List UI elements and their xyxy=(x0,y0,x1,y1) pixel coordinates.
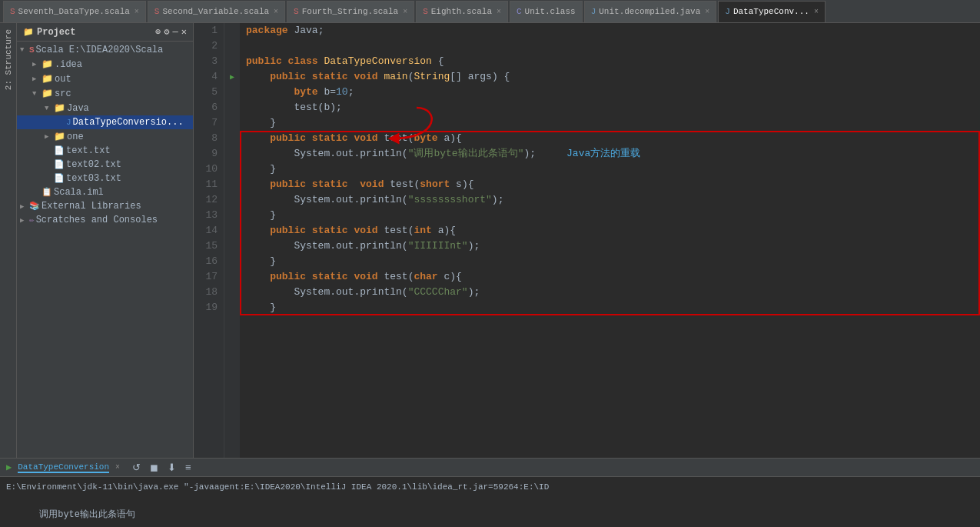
java-icon: J xyxy=(591,7,596,16)
tab-eighth-scala[interactable]: S Eighth.scala × xyxy=(416,1,508,22)
code-line-4[interactable]: public static void main(String[] args) { xyxy=(246,69,974,85)
sidebar-item-text03[interactable]: 📄 text03.txt xyxy=(17,172,193,185)
code-line-12[interactable]: System.out.println("sssssssshort"); xyxy=(246,192,974,208)
tree-arrow-one[interactable] xyxy=(45,132,54,141)
run-path-line: E:\Environment\jdk-11\bin\java.exe "-jav… xyxy=(6,480,974,494)
tree-arrow-scala-root[interactable] xyxy=(20,46,29,54)
tab-close-unit[interactable]: × xyxy=(705,8,709,16)
run-scroll-button[interactable]: ⬇ xyxy=(164,460,179,475)
code-line-16[interactable]: } xyxy=(246,254,974,269)
close-sidebar-icon[interactable]: ✕ xyxy=(181,26,187,38)
scala-icon-3: S xyxy=(294,7,299,16)
tab-seventh-scala[interactable]: S Seventh_DataType.scala × xyxy=(3,1,146,22)
tab-close-eighth[interactable]: × xyxy=(497,8,501,16)
token: package xyxy=(246,23,294,38)
sidebar-item-ext-lib[interactable]: 📚 External Libraries xyxy=(17,199,193,213)
token: short xyxy=(420,177,456,192)
code-line-9[interactable]: System.out.println("调用byte输出此条语句");Java方… xyxy=(246,146,974,162)
sidebar-item-text[interactable]: 📄 text.txt xyxy=(17,144,193,158)
tab-close-fourth[interactable]: × xyxy=(403,8,407,16)
code-line-18[interactable]: System.out.println("CCCCChar"); xyxy=(246,285,974,300)
code-editor[interactable]: 12345678910111213141516171819 ▶ package … xyxy=(194,23,980,458)
run-btn-16 xyxy=(224,254,240,269)
add-icon[interactable]: ⊕ xyxy=(155,26,161,38)
code-line-19[interactable]: } xyxy=(246,300,974,315)
structure-label[interactable]: 2: Structure xyxy=(2,26,15,93)
run-tab-close[interactable]: × xyxy=(115,463,120,472)
code-line-11[interactable]: public static void test(short s){ xyxy=(246,177,974,192)
code-line-10[interactable]: } xyxy=(246,162,974,177)
tab-bar: S Seventh_DataType.scala × S Second_Vari… xyxy=(0,0,980,23)
token: static xyxy=(312,177,354,192)
file-icon-ext-lib: 📚 xyxy=(29,201,40,212)
tree-arrow-ext-lib[interactable] xyxy=(20,202,29,211)
token: byte xyxy=(294,85,324,100)
code-lines[interactable]: package Java;public class DataTypeConver… xyxy=(240,23,980,458)
run-btn-4[interactable]: ▶ xyxy=(224,69,240,85)
collapse-icon[interactable]: — xyxy=(173,27,178,38)
tab-unit-java[interactable]: J Unit.decompiled.java × xyxy=(584,1,717,22)
sidebar-item-one[interactable]: 📁 one xyxy=(17,129,193,144)
run-btn-1 xyxy=(224,23,240,38)
run-bar: ▶ DataTypeConversion × ↺ ◼ ⬇ ≡ xyxy=(0,459,980,477)
tree-arrow-out[interactable] xyxy=(32,75,42,83)
token: test( xyxy=(384,131,414,146)
tab-fourth-scala[interactable]: S Fourth_String.scala × xyxy=(287,1,414,22)
tree-label-text02: text02.txt xyxy=(66,159,121,170)
tab-unit-class[interactable]: C Unit.class xyxy=(510,1,583,22)
settings-icon[interactable]: ⚙ xyxy=(164,26,169,38)
code-line-17[interactable]: public static void test(char c){ xyxy=(246,269,974,285)
sidebar-item-src[interactable]: 📁 src xyxy=(17,86,193,101)
sidebar-item-java[interactable]: 📁 Java xyxy=(17,101,193,115)
code-line-8[interactable]: public static void test(byte a){ xyxy=(246,131,974,146)
tree-label-out: out xyxy=(55,74,71,85)
sidebar-item-dtc[interactable]: J DataTypeConversio... xyxy=(17,115,193,129)
sidebar-item-scala-iml[interactable]: 📋 Scala.iml xyxy=(17,185,193,199)
run-more-button[interactable]: ≡ xyxy=(182,460,194,475)
line-number-3: 3 xyxy=(200,54,218,69)
run-gutter: ▶ xyxy=(224,23,240,458)
token: "sssssssshort" xyxy=(408,192,492,208)
tab-second-scala[interactable]: S Second_Variable.scala × xyxy=(148,1,285,22)
tree-arrow-scratches[interactable] xyxy=(20,216,29,225)
bottom-panel: ▶ DataTypeConversion × ↺ ◼ ⬇ ≡ E:\Enviro… xyxy=(0,458,980,527)
run-btn-17 xyxy=(224,269,240,285)
token: test( xyxy=(384,223,414,238)
tab-close-second[interactable]: × xyxy=(274,8,278,16)
sidebar-item-text02[interactable]: 📄 text02.txt xyxy=(17,158,193,172)
code-line-5[interactable]: byte b=10; xyxy=(246,85,974,100)
run-btn-14 xyxy=(224,223,240,238)
tab-close-datatypeconv[interactable]: × xyxy=(814,8,819,16)
tab-datatypeconv[interactable]: J DataTypeConv... × xyxy=(718,1,826,22)
code-line-3[interactable]: public class DataTypeConversion { xyxy=(246,54,974,69)
code-line-1[interactable]: package Java; xyxy=(246,23,974,38)
sidebar-item-out[interactable]: 📁 out xyxy=(17,72,193,86)
code-line-7[interactable]: } xyxy=(246,115,974,131)
line-number-9: 9 xyxy=(200,146,218,162)
token: public xyxy=(270,69,312,85)
code-line-14[interactable]: public static void test(int a){ xyxy=(246,223,974,238)
sidebar-item-scratches[interactable]: ✏ Scratches and Consoles xyxy=(17,213,193,227)
run-stop-button[interactable]: ◼ xyxy=(147,460,161,475)
run-btn-5 xyxy=(224,85,240,100)
scala-icon: S xyxy=(10,7,15,16)
code-line-15[interactable]: System.out.println("IIIIIInt"); xyxy=(246,238,974,254)
tab-close-seventh[interactable]: × xyxy=(135,8,139,16)
code-line-2[interactable] xyxy=(246,38,974,54)
tree-label-dtc: DataTypeConversio... xyxy=(73,117,184,128)
run-tab-label[interactable]: DataTypeConversion xyxy=(18,462,109,473)
token: class xyxy=(288,54,324,69)
sidebar-item-idea[interactable]: 📁 .idea xyxy=(17,57,193,72)
tree-arrow-idea[interactable] xyxy=(32,60,42,68)
token: } xyxy=(246,300,276,315)
code-line-13[interactable]: } xyxy=(246,208,974,223)
token: static xyxy=(312,131,354,146)
tree-arrow-src[interactable] xyxy=(32,90,42,98)
run-btn-11 xyxy=(224,177,240,192)
run-restart-button[interactable]: ↺ xyxy=(129,460,144,475)
tree-arrow-java[interactable] xyxy=(45,105,54,112)
tree-label-text03: text03.txt xyxy=(66,173,121,184)
token: void xyxy=(360,177,390,192)
sidebar-item-scala-root[interactable]: S Scala E:\IDEA2020\Scala xyxy=(17,43,193,57)
code-line-6[interactable]: test(b); xyxy=(246,100,974,115)
